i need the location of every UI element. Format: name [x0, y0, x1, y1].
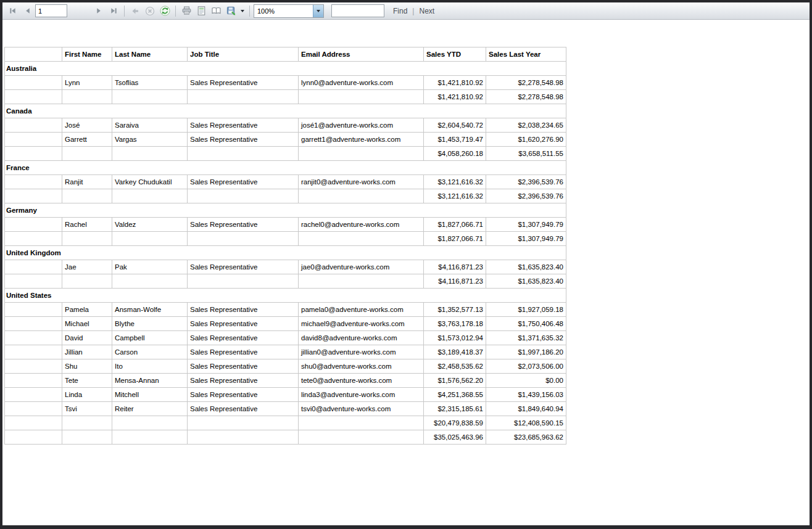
last-name-cell: Carson: [112, 345, 188, 359]
next-page-button[interactable]: [92, 4, 106, 18]
group-name-cell: Canada: [5, 104, 566, 118]
job-title-cell: Sales Representative: [188, 118, 299, 133]
group-name-cell: Australia: [5, 62, 566, 76]
previous-page-button[interactable]: [20, 4, 34, 18]
data-row: LindaMitchellSales Representativelinda3@…: [5, 388, 566, 402]
indent-cell: [5, 189, 62, 203]
subtotal-sales-last-year-cell: $12,408,590.15: [486, 416, 566, 430]
indent-cell: [5, 218, 62, 232]
data-row: MichaelBlytheSales Representativemichael…: [5, 317, 566, 331]
data-row: RanjitVarkey ChudukatilSales Representat…: [5, 175, 566, 189]
stop-button[interactable]: [143, 4, 157, 18]
report-table: First NameLast NameJob TitleEmail Addres…: [4, 47, 566, 445]
indent-cell: [5, 147, 62, 161]
empty-cell: [299, 274, 424, 289]
refresh-button[interactable]: [158, 4, 172, 18]
empty-cell: [62, 189, 112, 203]
first-page-button[interactable]: [6, 4, 19, 18]
page-count-area: [68, 6, 91, 17]
subtotal-sales-ytd-cell: $20,479,838.59: [424, 416, 486, 430]
last-name-cell: Ansman-Wolfe: [112, 303, 188, 317]
job-title-cell: Sales Representative: [188, 345, 299, 359]
export-button[interactable]: [224, 4, 238, 18]
sales-last-year-cell: $1,750,406.48: [486, 317, 566, 331]
first-name-cell: Tsvi: [62, 402, 112, 416]
empty-cell: [188, 189, 299, 203]
email-cell: michael9@adventure-works.com: [299, 317, 424, 331]
print-layout-icon: [196, 6, 207, 16]
print-icon: [181, 6, 192, 16]
indent-cell: [5, 374, 62, 388]
indent-cell: [5, 274, 62, 289]
subtotal-sales-last-year-cell: $2,278,548.98: [486, 90, 566, 104]
toolbar-separator: [124, 6, 125, 17]
dropdown-caret-icon: [241, 10, 244, 12]
subtotal-sales-ytd-cell: $1,827,066.71: [424, 232, 486, 246]
email-cell: garrett1@adventure-works.com: [299, 133, 424, 147]
sales-last-year-cell: $0.00: [486, 374, 566, 388]
indent-cell: [5, 359, 62, 374]
first-name-cell: Rachel: [62, 218, 112, 232]
zoom-select[interactable]: 100%: [254, 4, 324, 18]
data-row: DavidCampbellSales Representativedavid8@…: [5, 331, 566, 345]
find-link[interactable]: Find: [393, 7, 407, 15]
first-name-cell: Lynn: [62, 76, 112, 90]
first-name-cell: Shu: [62, 359, 112, 374]
empty-cell: [112, 416, 188, 430]
next-link[interactable]: Next: [419, 7, 434, 15]
search-input[interactable]: [331, 4, 384, 17]
first-name-cell: Pamela: [62, 303, 112, 317]
print-layout-button[interactable]: [194, 4, 208, 18]
job-title-cell: Sales Representative: [188, 374, 299, 388]
sales-ytd-cell: $2,604,540.72: [424, 118, 486, 133]
first-name-cell: David: [62, 331, 112, 345]
indent-cell: [5, 317, 62, 331]
data-row: TeteMensa-AnnanSales Representativetete0…: [5, 374, 566, 388]
group-header-row: France: [5, 161, 566, 175]
zoom-dropdown-icon: [317, 10, 320, 12]
empty-cell: [299, 430, 424, 445]
sales-last-year-cell: $2,038,234.65: [486, 118, 566, 133]
zoom-value: 100%: [254, 7, 313, 15]
email-cell: pamela0@adventure-works.com: [299, 303, 424, 317]
subtotal-sales-last-year-cell: $2,396,539.76: [486, 189, 566, 203]
sales-last-year-cell: $2,073,506.00: [486, 359, 566, 374]
sales-last-year-cell: $2,278,548.98: [486, 76, 566, 90]
indent-cell: [5, 175, 62, 189]
report-body: First NameLast NameJob TitleEmail Addres…: [4, 47, 566, 445]
sales-last-year-cell: $1,997,186.20: [486, 345, 566, 359]
data-row: GarrettVargasSales Representativegarrett…: [5, 133, 566, 147]
page-setup-button[interactable]: [209, 4, 223, 18]
sales-last-year-cell: $2,396,539.76: [486, 175, 566, 189]
email-cell: tete0@adventure-works.com: [299, 374, 424, 388]
group-header-row: Germany: [5, 203, 566, 218]
last-name-cell: Saraiva: [112, 118, 188, 133]
sales-last-year-cell: $1,635,823.40: [486, 260, 566, 274]
empty-cell: [112, 430, 188, 445]
back-button[interactable]: [128, 4, 142, 18]
job-title-cell: Sales Representative: [188, 175, 299, 189]
first-name-cell: Jae: [62, 260, 112, 274]
sales-last-year-cell: $1,620,276.90: [486, 133, 566, 147]
export-dropdown-button[interactable]: [239, 4, 246, 18]
zoom-dropdown-arrow[interactable]: [313, 5, 323, 17]
sales-ytd-cell: $1,827,066.71: [424, 218, 486, 232]
first-name-cell: Linda: [62, 388, 112, 402]
column-header: Job Title: [188, 47, 299, 62]
sales-ytd-cell: $3,121,616.32: [424, 175, 486, 189]
toolbar-separator: [249, 6, 250, 17]
first-name-cell: Ranjit: [62, 175, 112, 189]
job-title-cell: Sales Representative: [188, 303, 299, 317]
grand-total-sales-ytd-cell: $35,025,463.96: [424, 430, 486, 445]
sales-last-year-cell: $1,849,640.94: [486, 402, 566, 416]
last-page-button[interactable]: [107, 4, 120, 18]
indent-cell: [5, 303, 62, 317]
indent-cell: [5, 430, 62, 445]
print-button[interactable]: [180, 4, 193, 18]
indent-cell: [5, 133, 62, 147]
job-title-cell: Sales Representative: [188, 402, 299, 416]
current-page-input[interactable]: [35, 4, 67, 17]
stop-icon: [145, 6, 155, 16]
first-page-icon: [9, 7, 17, 15]
header-row: First NameLast NameJob TitleEmail Addres…: [5, 47, 566, 62]
